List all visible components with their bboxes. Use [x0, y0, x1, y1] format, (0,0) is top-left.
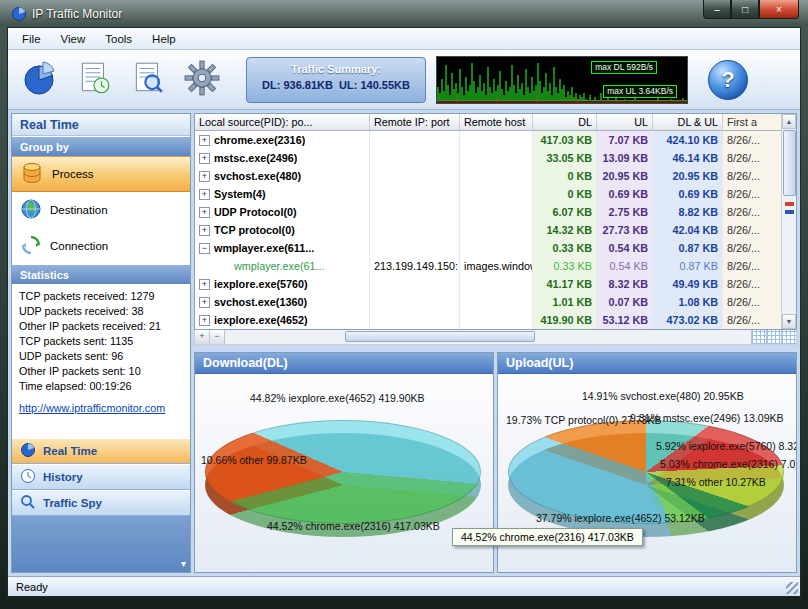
- expand-toggle-icon[interactable]: +: [199, 297, 210, 308]
- expand-toggle-icon[interactable]: +: [199, 279, 210, 290]
- expand-toggle-icon[interactable]: +: [199, 207, 210, 218]
- website-link[interactable]: http://www.iptrafficmonitor.com: [12, 399, 190, 417]
- ul-cell: 53.12 KB: [597, 311, 653, 329]
- remote-host-cell: [460, 221, 533, 239]
- col-dl-ul[interactable]: DL & UL: [653, 114, 723, 131]
- expand-toggle-icon[interactable]: +: [199, 171, 210, 182]
- upload-pie[interactable]: [508, 420, 784, 524]
- sidebar-item-process[interactable]: Process: [12, 156, 190, 192]
- view-grid-icon-1[interactable]: [751, 330, 766, 344]
- pie-label: 44.82% iexplore.exe(4652) 419.90KB: [250, 392, 425, 404]
- remote-ip-cell: [370, 311, 460, 329]
- col-dl[interactable]: DL: [533, 114, 597, 131]
- scroll-up-arrow-icon[interactable]: ▲: [782, 114, 796, 129]
- report-button[interactable]: [70, 55, 118, 105]
- window-title: IP Traffic Monitor: [32, 7, 122, 21]
- table-row[interactable]: +UDP Protocol(0) 6.07 KB 2.75 KB 8.82 KB…: [195, 203, 781, 221]
- table-row[interactable]: +svchost.exe(480) 0 KB 20.95 KB 20.95 KB…: [195, 167, 781, 185]
- expand-toggle-icon[interactable]: +: [199, 189, 210, 200]
- horizontal-scrollbar[interactable]: + −: [194, 330, 797, 345]
- close-button[interactable]: ×: [759, 0, 799, 19]
- table-row[interactable]: +iexplore.exe(5760) 41.17 KB 8.32 KB 49.…: [195, 275, 781, 293]
- table-row[interactable]: +mstsc.exe(2496) 33.05 KB 13.09 KB 46.14…: [195, 149, 781, 167]
- remote-ip-cell: [370, 149, 460, 167]
- menu-view[interactable]: View: [51, 30, 96, 48]
- first-activity-cell: 8/26/...: [723, 167, 781, 185]
- traffic-summary-title: Traffic Summary:: [247, 63, 425, 75]
- window-controls: – □ ×: [703, 0, 799, 19]
- table-row[interactable]: wmplayer.exe(61... 213.199.149.150: 8...…: [195, 257, 781, 275]
- nav-history[interactable]: History: [12, 464, 190, 490]
- nav-traffic-spy[interactable]: Traffic Spy: [12, 490, 190, 516]
- sidebar-item-label: Process: [52, 168, 94, 180]
- expand-toggle-icon[interactable]: +: [199, 135, 210, 146]
- expand-toggle-icon[interactable]: +: [199, 225, 210, 236]
- stat-line: TCP packets sent: 1135: [19, 334, 183, 349]
- remote-ip-cell: 213.199.149.150: 8...: [370, 257, 460, 275]
- max-ul-label: max UL 3.64KB/s: [603, 85, 677, 98]
- col-local-source[interactable]: Local source(PID): po...: [195, 114, 370, 131]
- vertical-scrollbar[interactable]: ▲ ▼: [781, 114, 796, 329]
- upload-panel-title: Upload(UL): [498, 353, 796, 374]
- horizontal-scroll-track[interactable]: [225, 330, 751, 344]
- minimize-button[interactable]: –: [703, 0, 731, 19]
- remote-host-cell: images.window...: [460, 257, 533, 275]
- remote-ip-cell: [370, 221, 460, 239]
- scroll-down-arrow-icon[interactable]: ▼: [782, 314, 796, 329]
- sidebar-item-connection[interactable]: Connection: [12, 228, 190, 264]
- content-area: Local source(PID): po... Remote IP: port…: [194, 113, 797, 573]
- pie-chart-button[interactable]: [16, 55, 64, 105]
- settings-button[interactable]: [178, 55, 226, 105]
- table-row[interactable]: +chrome.exe(2316) 417.03 KB 7.07 KB 424.…: [195, 131, 781, 149]
- vertical-scroll-thumb[interactable]: [783, 130, 796, 196]
- dl-cell: 417.03 KB: [533, 131, 597, 149]
- pie-label: 7.31% other 10.27KB: [666, 476, 766, 488]
- ul-cell: 7.07 KB: [597, 131, 653, 149]
- nav-real-time[interactable]: Real Time: [12, 438, 190, 464]
- view-grid-icon-3[interactable]: [781, 330, 796, 344]
- horizontal-scroll-thumb[interactable]: [345, 331, 535, 342]
- main-area: Real Time Group by Process Destination: [8, 110, 800, 576]
- col-remote-host[interactable]: Remote host: [460, 114, 533, 131]
- table-row[interactable]: −wmplayer.exe(611... 0.33 KB 0.54 KB 0.8…: [195, 239, 781, 257]
- dl-cell: 41.17 KB: [533, 275, 597, 293]
- table-row[interactable]: +iexplore.exe(4652) 419.90 KB 53.12 KB 4…: [195, 311, 781, 329]
- download-pie[interactable]: [205, 420, 481, 524]
- dl-cell: 0 KB: [533, 185, 597, 203]
- expand-toggle-icon[interactable]: +: [199, 153, 210, 164]
- download-panel-title: Download(DL): [195, 353, 493, 374]
- table-row[interactable]: +svchost.exe(1360) 1.01 KB 0.07 KB 1.08 …: [195, 293, 781, 311]
- find-button[interactable]: [124, 55, 172, 105]
- col-ul[interactable]: UL: [597, 114, 653, 131]
- expand-all-button[interactable]: +: [195, 330, 210, 344]
- stat-line: Other IP packets received: 21: [19, 319, 183, 334]
- first-activity-cell: 8/26/...: [723, 293, 781, 311]
- collapse-all-button[interactable]: −: [210, 330, 225, 344]
- menu-file[interactable]: File: [12, 30, 51, 48]
- traffic-table: Local source(PID): po... Remote IP: port…: [194, 113, 797, 330]
- menu-tools[interactable]: Tools: [95, 30, 142, 48]
- remote-ip-cell: [370, 131, 460, 149]
- table-row[interactable]: +TCP protocol(0) 14.32 KB 27.73 KB 42.04…: [195, 221, 781, 239]
- table-row[interactable]: +System(4) 0 KB 0.69 KB 0.69 KB 8/26/...: [195, 185, 781, 203]
- titlebar[interactable]: IP Traffic Monitor – □ ×: [7, 0, 801, 27]
- menu-help[interactable]: Help: [142, 30, 186, 48]
- maximize-button[interactable]: □: [731, 0, 759, 19]
- first-activity-cell: 8/26/...: [723, 185, 781, 203]
- pie-label: 37.79% iexplore.exe(4652) 53.12KB: [536, 512, 705, 524]
- traffic-summary-values: DL: 936.81KB UL: 140.55KB: [247, 79, 425, 91]
- expand-toggle-icon[interactable]: −: [199, 243, 210, 254]
- resize-grip[interactable]: [786, 582, 798, 594]
- statistics-block: TCP packets received: 1279 UDP packets r…: [12, 284, 190, 399]
- dl-cell: 0.33 KB: [533, 257, 597, 275]
- view-grid-icon-2[interactable]: [766, 330, 781, 344]
- expand-toggle-icon[interactable]: +: [199, 315, 210, 326]
- col-first-activity[interactable]: First a: [723, 114, 781, 131]
- ul-cell: 0.54 KB: [597, 257, 653, 275]
- col-remote-ip[interactable]: Remote IP: port: [370, 114, 460, 131]
- remote-ip-cell: [370, 293, 460, 311]
- chevron-down-icon[interactable]: ▾: [181, 558, 186, 569]
- sidebar-item-destination[interactable]: Destination: [12, 192, 190, 228]
- stat-line: Other IP packets sent: 10: [19, 364, 183, 379]
- help-button[interactable]: ?: [708, 60, 748, 100]
